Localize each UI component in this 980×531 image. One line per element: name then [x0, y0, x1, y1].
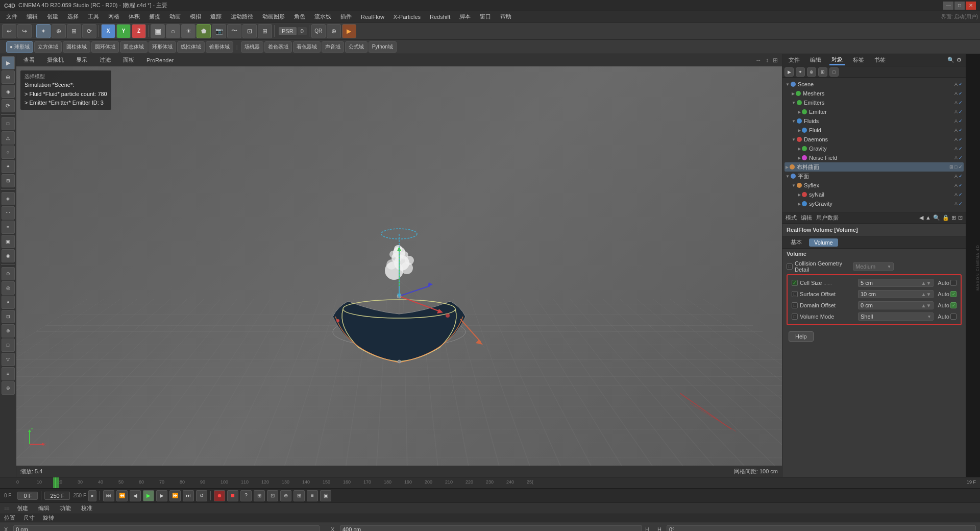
tree-action-sygravity-a[interactable]: A: [954, 201, 958, 206]
prop-tab-basic[interactable]: 基本: [786, 237, 807, 247]
cell-size-auto-checkbox[interactable]: [950, 280, 957, 286]
coords-tab-size[interactable]: 尺寸: [23, 514, 35, 522]
tree-search-icon[interactable]: 🔍: [947, 57, 954, 63]
timeline-keyframe-block[interactable]: [53, 477, 59, 488]
tree-action-fluid-check[interactable]: ✓: [959, 128, 963, 133]
tree-item-gravity[interactable]: ▶ Gravity A ✓: [785, 144, 964, 153]
tree-item-fluids[interactable]: ▼ Fluids A ✓: [785, 116, 964, 126]
transport-play[interactable]: ▶: [143, 490, 154, 501]
tree-action-fluid-a[interactable]: A: [954, 128, 958, 133]
timeline-area[interactable]: 0 10 20 30 40 50 60 70 80 90 100 110 120…: [0, 477, 980, 488]
tree-toolbar-btn3[interactable]: ⊕: [807, 67, 816, 77]
maximize-button[interactable]: □: [954, 2, 965, 10]
coords-tab-position[interactable]: 位置: [4, 514, 15, 522]
transport-goto-start[interactable]: ⏮: [103, 490, 114, 501]
transport-icon6[interactable]: ▣: [320, 490, 331, 501]
menu-animation[interactable]: 动画: [165, 12, 185, 21]
left-mode3[interactable]: ≡: [2, 221, 15, 234]
menu-select[interactable]: 选择: [63, 12, 83, 21]
vp-icon-expand[interactable]: ↔: [755, 57, 762, 64]
left-mode1[interactable]: ◈: [2, 192, 15, 205]
left-snap8[interactable]: ≡: [2, 367, 15, 380]
left-select[interactable]: ▶: [2, 56, 15, 69]
qr-button[interactable]: QR: [311, 24, 326, 38]
tree-action-gravity-check[interactable]: ✓: [959, 146, 963, 151]
transport-goto-end[interactable]: ⏭: [183, 490, 194, 501]
active-tool-button[interactable]: ⬟: [197, 24, 211, 38]
tree-action-noise-check[interactable]: ✓: [959, 155, 963, 160]
mograph-button[interactable]: ⊞: [258, 24, 272, 38]
domain-offset-value[interactable]: 0 cm ▲▼: [858, 301, 934, 309]
left-snap9[interactable]: ⊕: [2, 381, 15, 395]
current-frame-input[interactable]: 0 F: [17, 492, 38, 500]
surface-offset-auto-checkbox[interactable]: ✓: [950, 291, 957, 297]
prop-search-icon[interactable]: 🔍: [933, 214, 940, 221]
workspace-radial[interactable]: 环形体域: [149, 41, 176, 53]
menu-mograph[interactable]: 动画图形: [258, 12, 289, 21]
transport-loop[interactable]: ↺: [196, 490, 207, 501]
tree-action-fluids-a[interactable]: A: [954, 118, 958, 124]
tree-action-cloth-icons[interactable]: ⊞ □ ✓: [949, 164, 963, 170]
volume-mode-dropdown[interactable]: Shell ▼: [858, 312, 934, 321]
prop-header-mode2[interactable]: 编辑: [801, 214, 812, 222]
workspace-python[interactable]: Python域: [369, 41, 397, 53]
title-bar-controls[interactable]: — □ ✕: [943, 2, 976, 10]
workspace-view[interactable]: 着色器域: [264, 41, 292, 53]
menu-pipeline[interactable]: 流水线: [310, 12, 335, 21]
workspace-sound[interactable]: 锥形体域: [206, 41, 233, 53]
status-tab-edit[interactable]: 编辑: [35, 503, 53, 513]
vp-tab-camera[interactable]: 摄像机: [44, 55, 67, 65]
left-snap7[interactable]: ▽: [2, 353, 15, 366]
tree-action-meshers-check[interactable]: ✓: [959, 91, 963, 96]
menu-create[interactable]: 创建: [43, 12, 62, 21]
tree-tab-objects[interactable]: 对象: [829, 55, 845, 65]
move-tool-button[interactable]: ⊕: [52, 24, 66, 38]
domain-offset-auto-checkbox[interactable]: ✓: [950, 302, 957, 308]
tree-item-fluid[interactable]: ▶ Fluid A ✓: [785, 126, 964, 135]
workspace-volume2[interactable]: 公式域: [345, 41, 368, 53]
cell-size-checkbox[interactable]: ✓: [792, 280, 798, 286]
rot-h-value[interactable]: [667, 525, 976, 531]
workspace-volume[interactable]: 圆环体域: [91, 41, 119, 53]
tree-item-meshers[interactable]: ▶ Meshers A ✓: [785, 89, 964, 98]
tree-item-sygravity[interactable]: ▶ syGravity A ✓: [785, 199, 964, 208]
menu-snap[interactable]: 捕捉: [145, 12, 164, 21]
prop-nav-up-icon[interactable]: ▲: [925, 214, 931, 221]
workspace-formula[interactable]: 声音域: [322, 41, 344, 53]
spline-button[interactable]: 〜: [227, 24, 241, 38]
menu-redshift[interactable]: Redshift: [426, 13, 454, 21]
tree-action-fluids-check[interactable]: ✓: [959, 118, 963, 124]
tree-action-emitter-a[interactable]: A: [954, 109, 958, 114]
tree-item-emitter[interactable]: ▶ Emitter A ✓: [785, 107, 964, 116]
transport-btn-expand[interactable]: ▸: [88, 490, 96, 501]
transport-stop-red[interactable]: ⏹: [227, 490, 238, 501]
left-move[interactable]: ⊕: [2, 70, 15, 84]
tree-item-noise-field[interactable]: ▶ Noise Field A ✓: [785, 153, 964, 162]
transport-prev-key[interactable]: ⏪: [116, 490, 128, 501]
end-frame-input[interactable]: 250 F: [44, 492, 70, 500]
menu-track[interactable]: 追踪: [206, 12, 226, 21]
camera-button[interactable]: 📷: [212, 24, 226, 38]
vp-tab-display[interactable]: 显示: [73, 55, 90, 65]
menu-edit[interactable]: 编辑: [22, 12, 42, 21]
left-snap2[interactable]: ◎: [2, 281, 15, 295]
tree-action-scene-a[interactable]: A: [954, 82, 958, 87]
tree-action-syflex-check[interactable]: ✓: [959, 183, 963, 188]
workspace-noise[interactable]: 线性体域: [177, 41, 205, 53]
sphere-button[interactable]: ○: [166, 24, 180, 38]
rotate-tool-button[interactable]: ⟳: [82, 24, 96, 38]
tree-action-emitters-a[interactable]: A: [954, 100, 958, 105]
misc-button[interactable]: ⊕: [327, 24, 341, 38]
tree-action-syflex-a[interactable]: A: [954, 183, 958, 188]
vp-tab-filter[interactable]: 过滤: [96, 55, 114, 65]
menu-script[interactable]: 脚本: [455, 12, 475, 21]
vp-icon-grid[interactable]: ⊞: [773, 57, 778, 64]
workspace-cube[interactable]: 立方体域: [34, 41, 62, 53]
tree-toolbar-btn1[interactable]: ▶: [785, 67, 794, 77]
tree-action-plane-a[interactable]: A: [954, 174, 958, 179]
prop-header-mode3[interactable]: 用户数据: [816, 214, 839, 222]
tree-toolbar-btn5[interactable]: □: [829, 67, 839, 77]
tree-tab-bookmarks[interactable]: 书签: [872, 55, 888, 65]
left-rotate[interactable]: ⟳: [2, 99, 15, 112]
tree-action-emitter-check[interactable]: ✓: [959, 109, 963, 114]
